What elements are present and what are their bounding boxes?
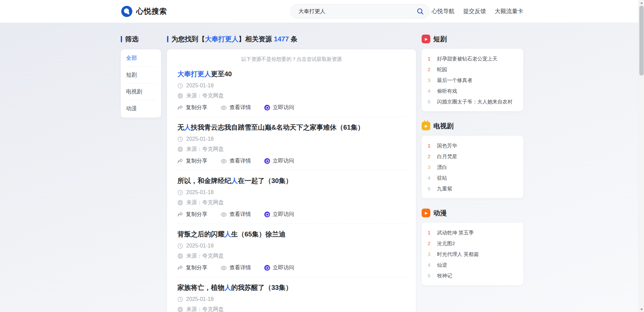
result-title[interactable]: 无人扶我青云志我自踏雪至山巅&名动天下之家事难休（61集） [177, 123, 406, 132]
rank-item[interactable]: 4驻站 [428, 172, 517, 183]
rank-number: 3 [428, 251, 433, 257]
rank-item[interactable]: 1国色芳华 [428, 140, 517, 151]
panel-title: 电视剧 [433, 122, 453, 131]
copy-share-action[interactable]: 复制分享 [177, 264, 207, 271]
rank-item[interactable]: 5闪婚京圈太子爷：夫人她来自农村 [428, 96, 517, 107]
copy-share-action[interactable]: 复制分享 [177, 158, 207, 165]
view-detail-action[interactable]: 查看详情 [221, 158, 251, 165]
nav-link-3[interactable]: 大额流量卡 [495, 7, 523, 15]
scrollbar[interactable] [638, 0, 644, 312]
rank-number: 5 [428, 273, 433, 278]
rank-item[interactable]: 2白月梵星 [428, 151, 517, 162]
results-card: 以下资源不是你想要的？点击尝试获取新资源 大奉打更人更至40 2025-01-1… [167, 49, 416, 312]
panel-heading: ▶ 短剧 [422, 35, 523, 43]
visit-action[interactable]: 立即访问 [264, 211, 294, 218]
rank-number: 5 [428, 186, 433, 191]
result-date: 2025-01-18 [186, 296, 214, 302]
ranking-panel: ▶ 短剧 1好孕甜妻被钻石老公宠上天2蛇园3最后一个修真者4偷听有戏5闪婚京圈太… [422, 35, 523, 111]
visit-icon [264, 158, 270, 164]
result-list: 大奉打更人更至40 2025-01-18 来源：夸克网盘 [177, 64, 406, 312]
rank-number: 1 [428, 56, 433, 61]
rank-title: 白月梵星 [437, 153, 457, 160]
clock-icon [177, 190, 183, 195]
copy-share-label: 复制分享 [186, 211, 207, 218]
filter-item[interactable]: 短剧 [126, 67, 156, 84]
rank-list: 1国色芳华2白月梵星3漂白4驻站5九重紫 [422, 136, 523, 198]
main-layout: 筛选 全部短剧电视剧动漫 为您找到【大奉打更人】相关资源 1477 条 以下资源… [121, 23, 523, 312]
red-play-icon: ▶ [422, 35, 430, 43]
result-source-row: 来源：夸克网盘 [177, 253, 406, 260]
brand[interactable]: 心悦搜索 [121, 0, 167, 23]
rank-number: 1 [428, 143, 433, 148]
rank-item[interactable]: 3漂白 [428, 162, 517, 172]
search-box [290, 4, 430, 19]
filter-item[interactable]: 电视剧 [126, 84, 156, 100]
title-text: 的我苏醒了（33集） [231, 284, 292, 291]
result-title[interactable]: 背叛之后的闪耀人生（65集）徐兰迪 [177, 229, 406, 239]
ranking-panel: ▶ 电视剧 1国色芳华2白月梵星3漂白4驻站5九重紫 [422, 122, 523, 198]
filter-item[interactable]: 全部 [126, 50, 156, 67]
heading-accent-bar [167, 36, 168, 42]
result-title[interactable]: 大奉打更人更至40 [177, 69, 406, 79]
result-source: 来源：夸克网盘 [186, 253, 224, 260]
filter-item[interactable]: 动漫 [126, 100, 156, 117]
visit-action[interactable]: 立即访问 [264, 264, 294, 271]
rank-item[interactable]: 3最后一个修真者 [428, 75, 517, 85]
copy-share-action[interactable]: 复制分享 [177, 104, 207, 111]
nav-link-2[interactable]: 提交反馈 [463, 7, 486, 15]
visit-action[interactable]: 立即访问 [264, 158, 294, 165]
rank-item[interactable]: 3时光代理人 英都篇 [428, 249, 517, 259]
rank-item[interactable]: 1武动乾坤 第五季 [428, 227, 517, 238]
panel-title: 动漫 [433, 209, 447, 218]
title-text: 生（65集）徐兰迪 [231, 230, 285, 238]
copy-share-action[interactable]: 复制分享 [177, 211, 207, 218]
result-title[interactable]: 家族将亡，植物人的我苏醒了（33集） [177, 283, 406, 292]
result-item: 所以，和金牌经纪人在一起了（30集） 2025-01-18 来源：夸克网盘 [177, 171, 406, 224]
visit-icon [264, 105, 270, 110]
search-button[interactable] [414, 5, 427, 17]
copy-share-label: 复制分享 [186, 264, 207, 271]
rank-item[interactable]: 5牧神记 [428, 270, 517, 281]
view-detail-action[interactable]: 查看详情 [221, 264, 251, 271]
rank-item[interactable]: 5九重紫 [428, 183, 517, 194]
rank-title: 偷听有戏 [437, 88, 457, 94]
clock-icon [177, 243, 183, 249]
result-item: 无人扶我青云志我自踏雪至山巅&名动天下之家事难休（61集） 2025-01-18… [177, 117, 406, 171]
result-title[interactable]: 所以，和金牌经纪人在一起了（30集） [177, 176, 406, 185]
visit-label: 立即访问 [273, 264, 294, 271]
visit-label: 立即访问 [273, 158, 294, 165]
title-keyword: 人 [184, 124, 191, 131]
globe-icon [177, 253, 183, 259]
rank-number: 2 [428, 240, 433, 246]
rank-item[interactable]: 2蛇园 [428, 64, 517, 75]
result-date: 2025-01-18 [186, 189, 214, 195]
share-icon [177, 212, 183, 217]
scroll-up-arrow[interactable] [639, 0, 644, 5]
filter-heading: 筛选 [121, 35, 161, 43]
rank-list: 1好孕甜妻被钻石老公宠上天2蛇园3最后一个修真者4偷听有戏5闪婚京圈太子爷：夫人… [422, 49, 523, 111]
title-keyword: 大奉打更人 [177, 70, 211, 78]
rank-item[interactable]: 4仙逆 [428, 259, 517, 270]
rank-item[interactable]: 4偷听有戏 [428, 85, 517, 96]
view-detail-label: 查看详情 [229, 264, 251, 271]
rank-title: 时光代理人 英都篇 [437, 251, 479, 257]
scroll-down-arrow[interactable] [639, 307, 644, 312]
visit-action[interactable]: 立即访问 [264, 104, 294, 111]
rank-item[interactable]: 2沧元图2 [428, 238, 517, 249]
rank-title: 国色芳华 [437, 142, 457, 149]
nav-link-1[interactable]: 心悦导航 [432, 7, 454, 15]
rank-number: 4 [428, 262, 433, 268]
rank-item[interactable]: 1好孕甜妻被钻石老公宠上天 [428, 53, 517, 64]
search-input[interactable] [290, 4, 430, 19]
view-detail-action[interactable]: 查看详情 [221, 211, 251, 218]
visit-icon [264, 265, 270, 271]
result-actions: 复制分享 查看详情 立即访问 [177, 211, 406, 218]
visit-label: 立即访问 [273, 211, 294, 218]
result-actions: 复制分享 查看详情 立即访问 [177, 264, 406, 271]
rank-number: 2 [428, 66, 433, 72]
title-keyword: 人 [224, 230, 231, 238]
title-keyword: 人 [224, 284, 231, 291]
scrollbar-thumb[interactable] [639, 6, 644, 76]
refresh-notice[interactable]: 以下资源不是你想要的？点击尝试获取新资源 [177, 56, 406, 62]
view-detail-action[interactable]: 查看详情 [221, 104, 251, 111]
